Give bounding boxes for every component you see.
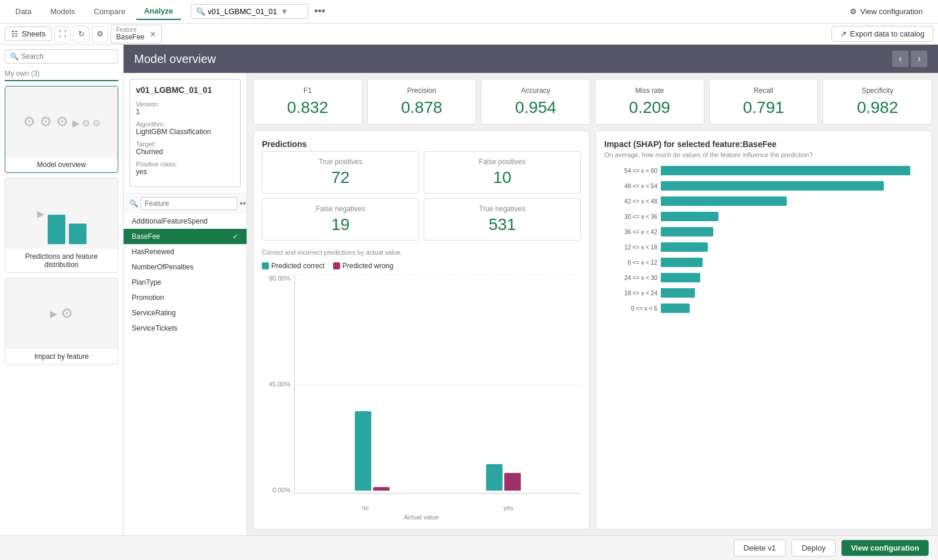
export-data-button[interactable]: ↗ Export data to catalog [831,26,933,42]
top-nav: Data Models Compare Analyze 🔍 v01_LGBMC_… [0,0,938,24]
feature-selected-check-icon: ✓ [232,232,238,241]
shap-bar-1 [661,181,884,191]
metric-specificity-value: 0.982 [830,98,924,117]
feature-item-0[interactable]: AdditionalFeatureSpend [124,214,247,229]
delete-button[interactable]: Delete v1 [734,539,786,556]
x-axis: no yes [294,504,581,511]
model-search-bar: 🔍 v01_LGBMC_01_01 ▼ [191,4,308,19]
feature-item-3[interactable]: NumberOfPenalties [124,259,247,275]
confusion-fp-value: 10 [430,168,574,187]
shap-title: Impact (SHAP) for selected feature:BaseF… [604,139,923,149]
sidebar-card-model-overview[interactable]: ⚙ ⚙ ⚙ ▶ ⚙ ⚙ Model overview [5,86,118,173]
bar-yes-wrong [504,473,521,491]
shap-bar-bg-7 [661,273,923,282]
puzzle-icon-4: ⚙ [82,118,90,129]
feature-search-icon: 🔍 [129,199,138,208]
view-configuration-bottom-button[interactable]: View configuration [841,540,929,556]
feature-item-4[interactable]: PlanType [124,275,247,290]
confusion-fp-label: False positives [430,158,574,166]
sidebar-card-impact[interactable]: ▶ ⚙ Impact by feature [5,278,118,365]
legend-wrong-label: Predicted wrong [342,262,394,270]
nav-tab-data[interactable]: Data [7,4,39,19]
shap-row-6: 6 <= x < 12 [604,256,923,269]
bar-yes-correct [486,464,503,491]
metric-f1-label: F1 [261,86,355,95]
search-dropdown-icon[interactable]: ▼ [281,7,288,16]
shap-subtitle: On average, how much do values of the fe… [604,151,923,158]
shap-bar-9 [661,304,690,313]
feature-item-5[interactable]: Promotion [124,290,247,305]
shap-row-7: 24 <= x < 30 [604,271,923,284]
feature-item-7[interactable]: ServiceTickets [124,321,247,336]
feature-options-icon[interactable]: ••• [240,198,247,209]
feature-tag-value: BaseFee [116,33,144,41]
sheets-button[interactable]: ☷ Sheets [5,26,52,41]
content-inner: v01_LGBMC_01_01 Version: 1 Algorithm: Li… [124,73,938,535]
shap-bar-6 [661,258,703,267]
sidebar-search-input[interactable] [21,52,113,61]
shap-bar-0 [661,166,910,175]
sidebar-card-label-3: Impact by feature [5,349,118,364]
shap-bar-bg-3 [661,212,923,221]
feature-tag: Feature BaseFee ✕ [111,25,161,44]
model-search-input[interactable]: v01_LGBMC_01_01 [208,7,278,16]
algorithm-label: Algorithm: [136,121,234,128]
positive-class-label: Positive class: [136,161,234,168]
metric-precision: Precision 0.878 [367,79,477,125]
view-configuration-button[interactable]: ⚙ View configuration [841,4,931,19]
shap-label-2: 42 <= x < 48 [604,198,657,205]
undo-button[interactable]: ↻ [73,26,89,42]
feature-item-6[interactable]: ServiceRating [124,305,247,321]
confusion-true-positives: True positives 72 [262,151,419,194]
y-axis-90: 90.00% [262,275,291,282]
model-name: v01_LGBMC_01_01 [136,85,234,95]
feature-item-2[interactable]: HasRenewed [124,244,247,259]
shap-bar-7 [661,273,700,282]
sidebar-search: 🔍 [5,49,118,64]
shap-bar-5 [661,242,708,252]
metric-specificity: Specificity 0.982 [823,79,932,125]
settings-icon: ⚙ [850,7,857,16]
confusion-false-positives: False positives 10 [424,151,581,194]
puzzle-icon-6: ⚙ [61,305,74,322]
nav-tab-models[interactable]: Models [42,4,83,19]
feature-item-1[interactable]: BaseFee ✓ [124,229,247,244]
sidebar-card-label-1: Model overview [5,157,118,172]
feature-search-input[interactable] [141,197,237,210]
shap-label-0: 54 <= x < 60 [604,168,657,174]
deploy-button[interactable]: Deploy [791,539,835,556]
predictions-chart-area: 90.00% 45.00% 0.00% [262,275,581,511]
settings-sheet-button[interactable]: ⚙ [92,26,108,42]
fit-to-window-button[interactable]: ⛶ [54,26,71,42]
metrics-row: F1 0.832 Precision 0.878 Accuracy 0.954 … [253,79,932,125]
main-layout: 🔍 My own (3) ⚙ ⚙ ⚙ ▶ ⚙ ⚙ Model overview … [0,45,938,535]
nav-tab-compare[interactable]: Compare [85,4,133,19]
shap-label-9: 0 <= x < 6 [604,305,657,312]
y-axis: 90.00% 45.00% 0.00% [262,275,294,494]
more-options-icon[interactable]: ••• [311,5,329,18]
nav-tab-analyze[interactable]: Analyze [136,3,181,20]
metric-f1: F1 0.832 [253,79,362,125]
shap-label-8: 18 <= x < 24 [604,290,657,296]
shap-bar-bg-8 [661,288,923,298]
shap-row-0: 54 <= x < 60 [604,164,923,177]
next-page-button[interactable]: › [911,51,927,67]
confusion-fn-label: False negatives [268,205,413,213]
chart-plot [294,275,581,494]
metric-precision-label: Precision [375,86,469,95]
sidebar-card-label-2: Predictions and feature distribution [5,249,118,272]
bar-group-yes [486,464,521,491]
shap-bar-bg-5 [661,242,923,252]
prev-page-button[interactable]: ‹ [892,51,909,67]
shap-panel: Impact (SHAP) for selected feature:BaseF… [596,131,932,529]
page-header: Model overview ‹ › [124,45,938,73]
feature-tag-close-icon[interactable]: ✕ [149,29,157,39]
sidebar-card-predictions[interactable]: ▶ Predictions and feature distribution [5,178,118,273]
arrow-icon-3: ▶ [50,308,57,319]
metric-recall: Recall 0.791 [709,79,819,125]
bar-group-no [355,411,390,491]
version-value: 1 [136,108,234,116]
shap-bar-3 [661,212,719,221]
header-navigation: ‹ › [892,51,927,67]
metrics-content: F1 0.832 Precision 0.878 Accuracy 0.954 … [247,73,938,535]
